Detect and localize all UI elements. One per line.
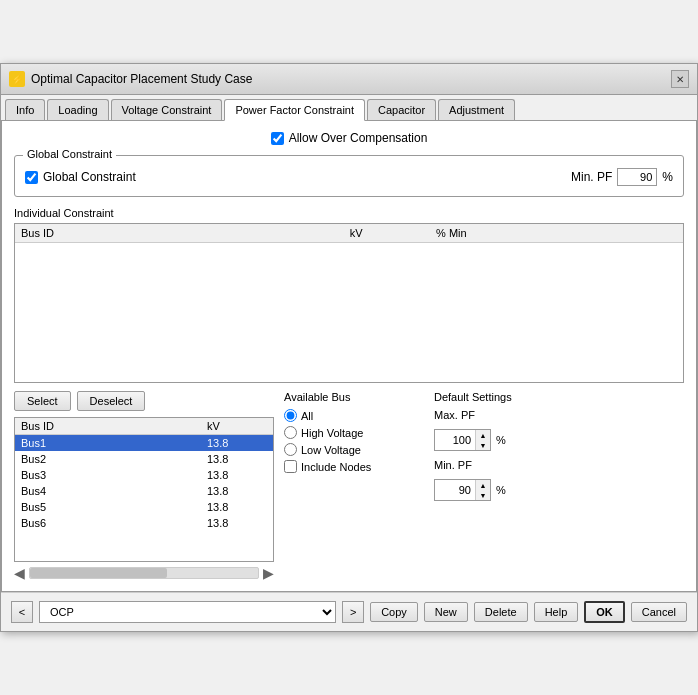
radio-high-voltage[interactable] <box>284 426 297 439</box>
bus-item-bus3[interactable]: Bus3 13.8 <box>15 467 273 483</box>
bus-item-bus6[interactable]: Bus6 13.8 <box>15 515 273 531</box>
bus-list-scrollbar-row: ◀ ▶ <box>14 565 274 581</box>
prev-button[interactable]: < <box>11 601 33 623</box>
allow-compensation-label: Allow Over Compensation <box>289 131 428 145</box>
bus-item-kv-bus5: 13.8 <box>207 501 267 513</box>
min-pf-default-row: Min. PF <box>434 459 684 471</box>
min-pf-percent: % <box>662 170 673 184</box>
allow-compensation-checkbox[interactable] <box>271 132 284 145</box>
bus-list-container[interactable]: Bus ID kV Bus1 13.8 Bus2 13.8 <box>14 417 274 562</box>
allow-compensation-row: Allow Over Compensation <box>14 131 684 145</box>
global-constraint-right: Min. PF % <box>571 168 673 186</box>
min-pf-down[interactable]: ▼ <box>476 490 490 500</box>
bus-item-id-bus2: Bus2 <box>21 453 207 465</box>
individual-constraint-table[interactable]: Bus ID kV % Min <box>14 223 684 383</box>
min-pf-input[interactable] <box>617 168 657 186</box>
title-bar: ⚡ Optimal Capacitor Placement Study Case… <box>1 64 697 95</box>
tab-power-factor-constraint[interactable]: Power Factor Constraint <box>224 99 365 121</box>
global-constraint-title: Global Constraint <box>23 148 116 160</box>
min-pf-spin[interactable]: ▲ ▼ <box>434 479 491 501</box>
max-pf-label: Max. PF <box>434 409 475 421</box>
footer: < OCP > Copy New Delete Help OK Cancel <box>1 592 697 631</box>
tab-info[interactable]: Info <box>5 99 45 120</box>
window-title: Optimal Capacitor Placement Study Case <box>31 72 252 86</box>
bus-item-id-bus3: Bus3 <box>21 469 207 481</box>
bus-item-kv-bus1: 13.8 <box>207 437 267 449</box>
min-pf-label: Min. PF <box>571 170 612 184</box>
available-bus-title: Available Bus <box>284 391 424 403</box>
bus-list-items[interactable]: Bus1 13.8 Bus2 13.8 Bus3 13.8 <box>15 435 273 553</box>
include-nodes-checkbox[interactable] <box>284 460 297 473</box>
help-button[interactable]: Help <box>534 602 579 622</box>
col-kv: kV <box>282 224 430 243</box>
max-pf-spin-buttons: ▲ ▼ <box>475 430 490 450</box>
global-constraint-checkbox[interactable] <box>25 171 38 184</box>
include-nodes-label[interactable]: Include Nodes <box>284 460 424 473</box>
min-pf-up[interactable]: ▲ <box>476 480 490 490</box>
main-content: Allow Over Compensation Global Constrain… <box>1 121 697 592</box>
bus-list-wrapper: Bus ID kV Bus1 13.8 Bus2 13.8 <box>14 417 274 562</box>
min-pf-default-label: Min. PF <box>434 459 472 471</box>
col-bus-id: Bus ID <box>15 224 282 243</box>
deselect-button[interactable]: Deselect <box>77 391 146 411</box>
tab-adjustment[interactable]: Adjustment <box>438 99 515 120</box>
study-case-select[interactable]: OCP <box>39 601 336 623</box>
radio-high-voltage-label[interactable]: High Voltage <box>284 426 424 439</box>
select-button[interactable]: Select <box>14 391 71 411</box>
scroll-left-btn[interactable]: ◀ <box>14 565 25 581</box>
bus-item-bus1[interactable]: Bus1 13.8 <box>15 435 273 451</box>
min-pf-default-value[interactable] <box>435 482 475 498</box>
min-pf-percent: % <box>496 484 506 496</box>
bus-item-id-bus4: Bus4 <box>21 485 207 497</box>
tab-capacitor[interactable]: Capacitor <box>367 99 436 120</box>
col-percent-min: % Min <box>430 224 683 243</box>
next-button[interactable]: > <box>342 601 364 623</box>
include-nodes-text: Include Nodes <box>301 461 371 473</box>
tab-bar: Info Loading Voltage Constraint Power Fa… <box>1 95 697 121</box>
title-bar-left: ⚡ Optimal Capacitor Placement Study Case <box>9 71 252 87</box>
close-button[interactable]: ✕ <box>671 70 689 88</box>
bus-list-section: Select Deselect Bus ID kV Bus1 13.8 <box>14 391 274 581</box>
bus-item-id-bus5: Bus5 <box>21 501 207 513</box>
ok-button[interactable]: OK <box>584 601 625 623</box>
max-pf-spin[interactable]: ▲ ▼ <box>434 429 491 451</box>
max-pf-up[interactable]: ▲ <box>476 430 490 440</box>
global-constraint-left: Global Constraint <box>25 170 136 184</box>
default-settings-section: Default Settings Max. PF ▲ ▼ % Min. <box>434 391 684 581</box>
global-constraint-label: Global Constraint <box>43 170 136 184</box>
individual-constraint-section: Individual Constraint Bus ID kV % Min <box>14 207 684 383</box>
bus-item-kv-bus6: 13.8 <box>207 517 267 529</box>
max-pf-row: Max. PF <box>434 409 684 421</box>
bus-item-bus5[interactable]: Bus5 13.8 <box>15 499 273 515</box>
radio-all[interactable] <box>284 409 297 422</box>
main-window: ⚡ Optimal Capacitor Placement Study Case… <box>0 63 698 632</box>
bus-item-kv-bus4: 13.8 <box>207 485 267 497</box>
radio-high-voltage-text: High Voltage <box>301 427 363 439</box>
bus-item-bus4[interactable]: Bus4 13.8 <box>15 483 273 499</box>
tab-loading[interactable]: Loading <box>47 99 108 120</box>
new-button[interactable]: New <box>424 602 468 622</box>
radio-low-voltage-label[interactable]: Low Voltage <box>284 443 424 456</box>
bus-item-bus2[interactable]: Bus2 13.8 <box>15 451 273 467</box>
copy-button[interactable]: Copy <box>370 602 418 622</box>
horizontal-scrollbar[interactable] <box>29 567 259 579</box>
cancel-button[interactable]: Cancel <box>631 602 687 622</box>
bus-item-kv-bus2: 13.8 <box>207 453 267 465</box>
delete-button[interactable]: Delete <box>474 602 528 622</box>
bus-list-col-id: Bus ID <box>21 420 207 432</box>
min-pf-spin-buttons: ▲ ▼ <box>475 480 490 500</box>
scroll-right-btn[interactable]: ▶ <box>263 565 274 581</box>
radio-all-text: All <box>301 410 313 422</box>
tab-voltage-constraint[interactable]: Voltage Constraint <box>111 99 223 120</box>
radio-all-label[interactable]: All <box>284 409 424 422</box>
bottom-section: Select Deselect Bus ID kV Bus1 13.8 <box>14 391 684 581</box>
radio-low-voltage[interactable] <box>284 443 297 456</box>
max-pf-value[interactable] <box>435 432 475 448</box>
min-pf-default-input-row: ▲ ▼ % <box>434 479 684 501</box>
bus-list-col-kv: kV <box>207 420 267 432</box>
global-constraint-row: Global Constraint Min. PF % <box>25 164 673 186</box>
max-pf-down[interactable]: ▼ <box>476 440 490 450</box>
individual-constraint-label: Individual Constraint <box>14 207 684 219</box>
bus-item-id-bus1: Bus1 <box>21 437 207 449</box>
radio-low-voltage-text: Low Voltage <box>301 444 361 456</box>
